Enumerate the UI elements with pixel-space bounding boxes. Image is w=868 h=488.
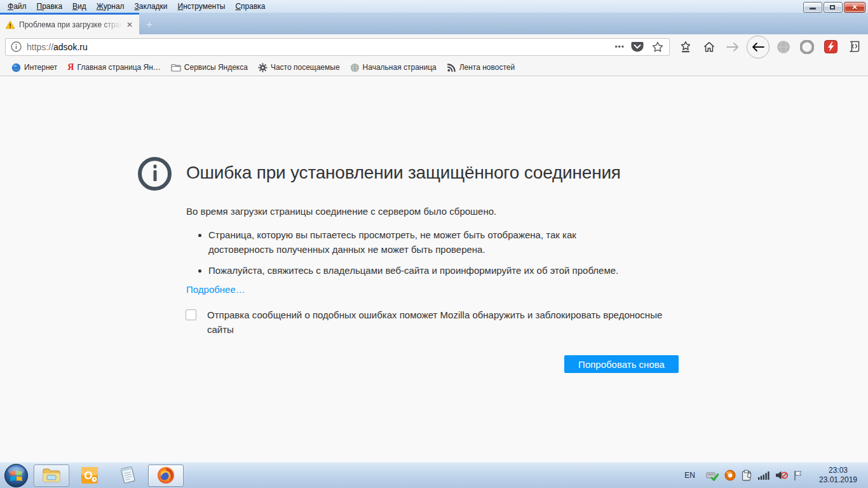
error-intro: Во время загрузки страницы соединение с …	[186, 206, 496, 217]
minimize-icon	[810, 8, 816, 10]
pocket-icon[interactable]	[631, 41, 644, 53]
taskbar: O	[0, 462, 868, 488]
language-indicator[interactable]: EN	[684, 471, 695, 480]
globe-gray-icon	[350, 63, 360, 72]
volume-muted-icon[interactable]	[775, 470, 788, 480]
toolbar-buttons	[676, 36, 868, 58]
report-error-checkbox[interactable]	[186, 309, 196, 320]
home-button[interactable]	[700, 37, 719, 57]
script-scroll-icon	[848, 40, 861, 53]
window-controls: ✕	[803, 2, 865, 13]
firefox-icon	[156, 466, 175, 485]
menu-view[interactable]: Вид	[67, 1, 92, 12]
network-signal-icon[interactable]	[758, 471, 770, 480]
notepad-icon	[119, 466, 137, 485]
taskbar-clock[interactable]: 23:03 23.01.2019	[813, 466, 863, 485]
clock-date: 23.01.2019	[813, 475, 863, 485]
page-actions-icon[interactable]: •••	[614, 43, 625, 51]
active-tab[interactable]: Проблема при загрузке стран ✕	[0, 13, 139, 34]
tab-title: Проблема при загрузке стран	[19, 20, 124, 29]
orange-app-tray-icon[interactable]	[724, 470, 736, 481]
tab-close-icon[interactable]: ✕	[124, 20, 135, 29]
new-tab-button[interactable]: +	[139, 15, 159, 34]
navigation-toolbar: https://adsok.ru •••	[0, 34, 868, 59]
error-bullet-2: Пожалуйста, свяжитесь с владельцами веб-…	[208, 263, 642, 278]
start-button[interactable]	[4, 463, 29, 488]
addon-globe-button[interactable]	[774, 37, 793, 57]
ring-icon	[800, 40, 814, 54]
safely-remove-hardware-icon[interactable]	[706, 470, 719, 481]
warning-icon	[5, 20, 15, 29]
restore-button[interactable]	[824, 2, 843, 13]
error-bullet-list: Страница, которую вы пытаетесь просмотре…	[197, 227, 642, 284]
error-bullet-1: Страница, которую вы пытаетесь просмотре…	[208, 227, 642, 257]
restore-icon	[830, 5, 835, 10]
report-error-label: Отправка сообщений о подобных ошибках по…	[207, 308, 681, 337]
globe-color-icon	[11, 63, 21, 72]
bookmark-label: Лента новостей	[459, 63, 515, 72]
flash-plugin-button[interactable]	[821, 37, 840, 57]
menu-tools[interactable]: Инструменты	[173, 1, 231, 12]
taskbar-firefox[interactable]	[148, 464, 184, 487]
system-tray: EN	[684, 466, 868, 485]
folder-icon	[171, 64, 181, 72]
try-again-button[interactable]: Попробовать снова	[564, 355, 679, 373]
close-button[interactable]: ✕	[844, 2, 865, 13]
bookmark-news-feed[interactable]: Лента новостей	[442, 61, 520, 74]
taskbar-outlook[interactable]: O	[72, 464, 107, 487]
error-title: Ошибка при установлении защищённого соед…	[186, 163, 621, 183]
url-host: adsok.ru	[53, 42, 88, 52]
bookmark-label: Сервисы Яндекса	[184, 63, 248, 72]
taskbar-notepad[interactable]	[110, 464, 146, 487]
url-scheme: https://	[27, 42, 53, 52]
bookmark-yandex-services[interactable]: Сервисы Яндекса	[166, 61, 253, 74]
gear-icon	[258, 63, 268, 72]
menu-bookmarks[interactable]: Закладки	[130, 1, 173, 12]
bookmark-frequently-visited[interactable]: Часто посещаемые	[253, 61, 345, 74]
back-arrow-icon	[751, 41, 765, 53]
bookmark-label: Часто посещаемые	[271, 63, 340, 72]
learn-more-link[interactable]: Подробнее…	[186, 284, 245, 295]
userscript-button[interactable]	[844, 37, 864, 57]
menu-help[interactable]: Справка	[230, 1, 270, 12]
forward-button[interactable]	[723, 37, 742, 57]
flash-icon	[824, 40, 837, 53]
action-center-flag-icon[interactable]	[794, 470, 803, 481]
bookmark-star-icon[interactable]	[651, 41, 664, 53]
feed-icon	[447, 63, 456, 72]
site-info-icon[interactable]	[11, 41, 22, 52]
bookmark-label: Начальная страница	[363, 63, 437, 72]
taskbar-windows-explorer[interactable]	[34, 464, 69, 487]
tab-strip: Проблема при загрузке стран ✕ +	[0, 13, 868, 34]
bookmark-yandex-home[interactable]: Я Главная страница Ян…	[62, 61, 165, 74]
windows-explorer-icon	[42, 467, 61, 484]
plug-device-icon[interactable]	[742, 470, 752, 481]
bookmark-internet[interactable]: Интернет	[6, 61, 62, 74]
minimize-button[interactable]	[803, 2, 822, 13]
menu-edit[interactable]: Правка	[32, 1, 68, 12]
bookmark-start-page[interactable]: Начальная страница	[345, 61, 442, 74]
menu-history[interactable]: Журнал	[92, 1, 130, 12]
info-circle-icon	[138, 157, 172, 191]
page-content: Ошибка при установлении защищённого соед…	[0, 77, 868, 462]
library-star-icon	[679, 41, 692, 53]
library-button[interactable]	[676, 37, 695, 57]
close-icon: ✕	[844, 3, 865, 12]
outlook-icon: O	[80, 466, 99, 485]
back-button[interactable]	[747, 36, 770, 58]
clock-time: 23:03	[813, 466, 863, 475]
report-error-row: Отправка сообщений о подобных ошибках по…	[186, 308, 681, 337]
home-icon	[703, 41, 715, 53]
addon-ring-button[interactable]	[797, 37, 817, 57]
url-bar[interactable]: https://adsok.ru •••	[5, 38, 670, 56]
dotted-globe-icon	[776, 40, 790, 54]
bookmark-label: Главная страница Ян…	[77, 63, 160, 72]
bookmark-label: Интернет	[24, 63, 57, 72]
menu-file[interactable]: Файл	[3, 1, 32, 12]
forward-arrow-icon	[726, 41, 740, 53]
bookmarks-toolbar: Интернет Я Главная страница Ян… Сервисы …	[0, 59, 868, 76]
yandex-icon: Я	[67, 63, 74, 72]
menu-bar: Файл Правка Вид Журнал Закладки Инструме…	[0, 0, 868, 13]
